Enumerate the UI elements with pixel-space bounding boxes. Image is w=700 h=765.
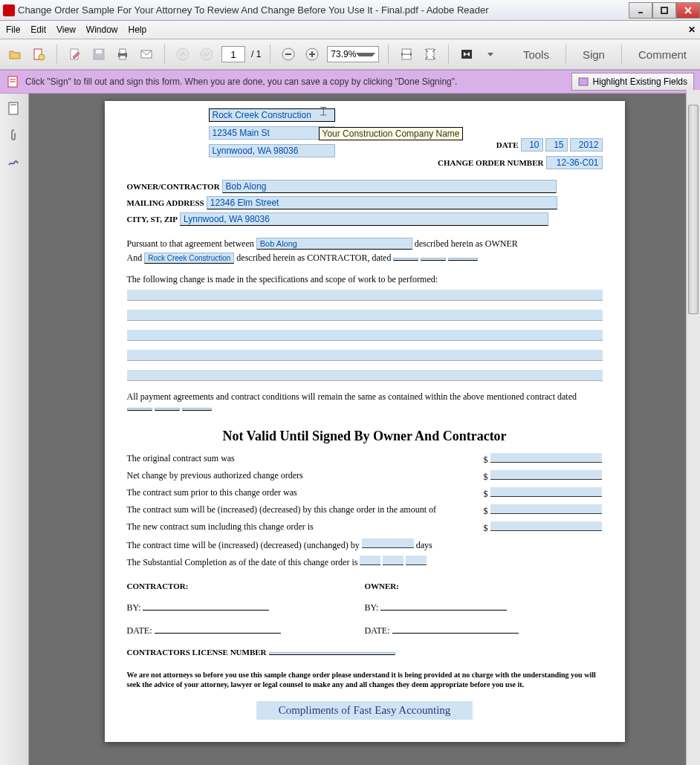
field-license[interactable] <box>269 652 395 655</box>
field-date-d[interactable]: 15 <box>545 138 568 152</box>
text-payment: All payment agreements and contract cond… <box>127 391 577 402</box>
highlight-icon <box>578 76 589 87</box>
field-change-order-num[interactable]: 12-36-C01 <box>546 156 603 169</box>
field-s7y[interactable] <box>406 556 427 565</box>
label-date-c: DATE: <box>127 625 152 636</box>
highlight-fields-button[interactable]: Highlight Existing Fields <box>571 73 694 91</box>
field-agr-date-d[interactable] <box>421 258 446 261</box>
field-date-o[interactable] <box>392 624 519 634</box>
sign-message: Click "Sign" to fill out and sign this f… <box>25 76 565 87</box>
signatures-icon[interactable] <box>5 153 23 171</box>
create-pdf-icon[interactable] <box>30 45 48 63</box>
vertical-scrollbar[interactable] <box>686 90 700 765</box>
page-up-icon[interactable] <box>174 45 192 63</box>
label-mailing: MAILING ADDRESS <box>127 198 204 207</box>
label-s4: The contract sum will be (increased) (de… <box>127 504 484 517</box>
text-pursuant: Pursuant to that agreement between <box>127 238 254 249</box>
heading-not-valid: Not Valid Until Signed By Owner And Cont… <box>127 429 603 444</box>
field-company[interactable]: Rock Creek Construction <box>209 108 335 122</box>
label-owner: OWNER: <box>365 582 603 590</box>
field-s2[interactable] <box>490 470 602 480</box>
field-s4[interactable] <box>490 504 602 514</box>
zoom-select[interactable]: 73.9% <box>327 46 379 62</box>
text-contractor-desc: described herein as CONTRACTOR, dated <box>236 253 393 263</box>
read-mode-icon[interactable] <box>458 45 476 63</box>
text-and: And <box>127 253 145 263</box>
label-by-c: BY: <box>127 602 141 613</box>
text-change-desc: The following change is made in the spec… <box>127 274 603 285</box>
field-date-c[interactable] <box>155 624 281 634</box>
field-date-m[interactable]: 10 <box>521 138 543 152</box>
field-s5[interactable] <box>490 521 602 531</box>
minimize-button[interactable] <box>629 2 652 19</box>
fit-width-icon[interactable] <box>398 45 415 63</box>
field-mailing[interactable]: 12346 Elm Street <box>207 196 557 209</box>
field-desc-3[interactable] <box>127 330 603 341</box>
menu-close-icon[interactable]: ✕ <box>688 25 696 35</box>
save-icon[interactable] <box>90 45 108 63</box>
tools-panel-button[interactable]: Tools <box>516 40 557 68</box>
label-s6b: days <box>414 540 432 550</box>
label-s7: The Substantial Completion as of the dat… <box>127 557 360 567</box>
field-s7m[interactable] <box>360 556 380 565</box>
svg-rect-29 <box>10 104 16 105</box>
edit-icon[interactable] <box>66 45 84 63</box>
field-cd-m[interactable] <box>127 408 152 411</box>
menu-file[interactable]: File <box>6 25 20 35</box>
field-cd-y[interactable] <box>182 408 212 411</box>
sign-info-bar: Click "Sign" to fill out and sign this f… <box>0 70 700 94</box>
label-s1: The original contract sum was <box>127 453 484 466</box>
zoom-out-icon[interactable] <box>279 45 297 63</box>
dropdown-icon[interactable] <box>482 45 499 63</box>
svg-point-13 <box>177 48 189 60</box>
field-desc-4[interactable] <box>127 350 603 361</box>
label-date: DATE <box>496 140 519 149</box>
menu-view[interactable]: View <box>56 25 76 35</box>
maximize-button[interactable] <box>652 2 676 19</box>
field-addr2[interactable]: Lynnwood, WA 98036 <box>209 144 335 157</box>
thumbnails-icon[interactable] <box>5 100 23 117</box>
svg-point-14 <box>201 48 213 60</box>
document-view[interactable]: ⌶ Your Construction Company Name Rock Cr… <box>29 94 700 765</box>
text-compliments: Compliments of Fast Easy Accounting <box>256 701 473 720</box>
page-down-icon[interactable] <box>198 45 215 63</box>
field-s1[interactable] <box>490 453 602 463</box>
menu-edit[interactable]: Edit <box>30 25 46 35</box>
field-addr1[interactable]: 12345 Main St <box>209 126 335 140</box>
menu-window[interactable]: Window <box>86 25 118 35</box>
zoom-in-icon[interactable] <box>303 45 321 63</box>
field-agr-date-y[interactable] <box>448 258 478 261</box>
field-desc-1[interactable] <box>127 290 603 301</box>
page-input[interactable] <box>221 46 245 62</box>
field-cd-d[interactable] <box>155 408 180 411</box>
field-owner-name[interactable]: Bob Along <box>256 238 412 250</box>
menu-help[interactable]: Help <box>129 25 147 35</box>
label-s2: Net change by previous authorized change… <box>127 470 484 483</box>
field-date-y[interactable]: 2012 <box>570 138 603 152</box>
field-s7d[interactable] <box>383 556 404 565</box>
close-button[interactable] <box>676 2 700 19</box>
fit-page-icon[interactable] <box>421 45 439 63</box>
field-desc-5[interactable] <box>127 370 603 381</box>
field-s3[interactable] <box>490 487 602 497</box>
svg-rect-10 <box>120 49 126 53</box>
email-icon[interactable] <box>137 45 155 63</box>
scrollbar-thumb[interactable] <box>688 105 699 314</box>
pdf-page: ⌶ Your Construction Company Name Rock Cr… <box>105 101 625 742</box>
print-icon[interactable] <box>114 45 132 63</box>
menu-bar: File Edit View Window Help ✕ <box>0 21 700 39</box>
field-by-c[interactable] <box>143 601 269 611</box>
app-icon <box>3 4 15 16</box>
comment-panel-button[interactable]: Comment <box>631 40 694 68</box>
field-agr-date-m[interactable] <box>393 258 418 261</box>
field-desc-2[interactable] <box>127 310 603 321</box>
open-icon[interactable] <box>6 45 24 63</box>
field-owner-contractor[interactable]: Bob Along <box>222 180 557 193</box>
sign-panel-button[interactable]: Sign <box>575 40 612 68</box>
attachments-icon[interactable] <box>5 126 23 144</box>
field-by-o[interactable] <box>380 601 507 611</box>
svg-rect-8 <box>96 50 102 53</box>
field-s6[interactable] <box>362 538 414 548</box>
field-contractor-name[interactable]: Rock Creek Construction <box>144 253 234 264</box>
field-city[interactable]: Lynnwood, WA 98036 <box>180 212 548 226</box>
